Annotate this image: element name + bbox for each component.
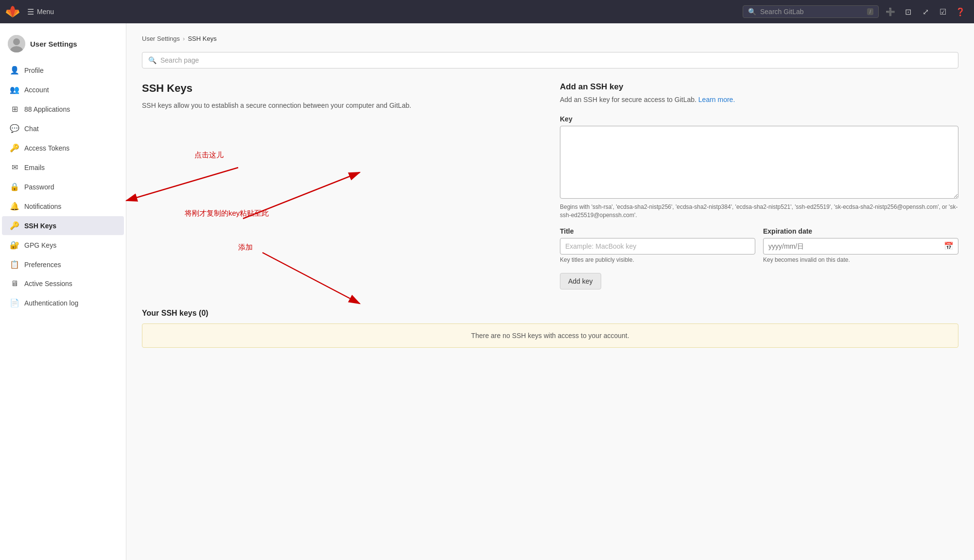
sidebar-item-preferences[interactable]: 📋 Preferences (2, 255, 124, 274)
sidebar-item-label: Chat (24, 125, 39, 133)
sidebar-item-label: Password (24, 183, 54, 191)
learn-more-link[interactable]: Learn more. (698, 96, 735, 103)
gitlab-logo (6, 5, 19, 18)
sidebar-item-chat[interactable]: 💬 Chat (2, 119, 124, 138)
sidebar-nav: 👤 Profile 👥 Account ⊞ 88 Applications 💬 … (0, 61, 126, 312)
page-search-bar[interactable]: 🔍 (142, 52, 958, 68)
date-input-wrapper: 📅 (763, 238, 958, 255)
content-grid: SSH Keys SSH keys allow you to establish… (142, 82, 958, 289)
preferences-icon: 📋 (10, 260, 19, 269)
navbar: ☰ Menu 🔍 / ➕ ⊡ ⤢ ☑ ❓ (0, 0, 974, 23)
sidebar-item-label: Preferences (24, 261, 61, 269)
add-key-form-section: Add an SSH key Add an SSH key for secure… (560, 82, 958, 289)
merge-requests-button[interactable]: ⤢ (918, 4, 933, 19)
sidebar-item-notifications[interactable]: 🔔 Notifications (2, 197, 124, 216)
sidebar-item-label: Emails (24, 164, 45, 171)
main-content: User Settings › SSH Keys 🔍 SSH Keys SSH … (126, 23, 974, 560)
search-icon: 🔍 (748, 8, 756, 16)
sidebar-item-label: GPG Keys (24, 241, 56, 249)
form-row: Title Key titles are publicly visible. E… (560, 227, 958, 263)
sidebar-item-label: Active Sessions (24, 280, 72, 288)
sidebar-item-ssh-keys[interactable]: 🔑 SSH Keys (2, 216, 124, 235)
sidebar-item-authentication-log[interactable]: 📄 Authentication log (2, 293, 124, 312)
expiration-hint: Key becomes invalid on this date. (763, 256, 958, 263)
your-keys-title: Your SSH keys (0) (142, 309, 958, 318)
page-layout: User Settings 👤 Profile 👥 Account ⊞ 88 A… (0, 23, 974, 560)
sidebar-item-applications[interactable]: ⊞ 88 Applications (2, 100, 124, 119)
search-input[interactable] (760, 8, 863, 16)
sidebar-item-password[interactable]: 🔒 Password (2, 177, 124, 196)
title-field-group: Title Key titles are publicly visible. (560, 227, 755, 263)
sidebar-header: User Settings (0, 31, 126, 60)
avatar (8, 35, 25, 52)
sidebar-item-label: Access Tokens (24, 144, 70, 152)
sidebar-item-profile[interactable]: 👤 Profile (2, 61, 124, 80)
help-button[interactable]: ❓ (953, 4, 968, 19)
new-item-button[interactable]: ➕ (883, 4, 898, 19)
gpg-keys-icon: 🔐 (10, 240, 19, 250)
breadcrumb-current: SSH Keys (188, 35, 216, 42)
sidebar-item-active-sessions[interactable]: 🖥 Active Sessions (2, 274, 124, 293)
issues-button[interactable]: ☑ (935, 4, 951, 19)
active-sessions-icon: 🖥 (10, 279, 19, 288)
ssh-keys-description: SSH keys allow you to establish a secure… (142, 101, 540, 111)
breadcrumb: User Settings › SSH Keys (142, 35, 958, 42)
add-key-subtitle: Add an SSH key for secure access to GitL… (560, 96, 958, 103)
your-keys-section: Your SSH keys (0) There are no SSH keys … (142, 309, 958, 348)
sidebar-item-label: Account (24, 86, 49, 94)
emails-icon: ✉ (10, 163, 19, 172)
page-search-icon: 🔍 (148, 56, 157, 64)
title-hint: Key titles are publicly visible. (560, 256, 755, 263)
sidebar-item-label: SSH Keys (24, 222, 56, 230)
menu-label: Menu (37, 8, 54, 16)
authentication-log-icon: 📄 (10, 298, 19, 307)
no-keys-message: There are no SSH keys with access to you… (142, 323, 958, 348)
add-key-button[interactable]: Add key (560, 273, 601, 289)
sidebar-item-account[interactable]: 👥 Account (2, 80, 124, 99)
sidebar-item-label: Notifications (24, 203, 61, 210)
title-field-label: Title (560, 227, 755, 235)
hamburger-icon: ☰ (27, 7, 34, 17)
profile-icon: 👤 (10, 66, 19, 75)
key-hint: Begins with 'ssh-rsa', 'ecdsa-sha2-nistp… (560, 203, 958, 220)
expiration-field-group: Expiration date 📅 Key becomes invalid on… (763, 227, 958, 263)
sidebar-item-gpg-keys[interactable]: 🔐 GPG Keys (2, 236, 124, 255)
menu-toggle[interactable]: ☰ Menu (23, 5, 58, 18)
expiration-field-label: Expiration date (763, 227, 958, 235)
account-icon: 👥 (10, 85, 19, 94)
key-textarea[interactable] (560, 126, 958, 199)
profile-button[interactable]: ⊡ (900, 4, 916, 19)
sidebar-item-access-tokens[interactable]: 🔑 Access Tokens (2, 138, 124, 157)
page-search-input[interactable] (160, 56, 952, 64)
notifications-icon: 🔔 (10, 202, 19, 211)
ssh-keys-title: SSH Keys (142, 82, 540, 95)
search-shortcut: / (867, 8, 873, 15)
global-search[interactable]: 🔍 / (743, 5, 879, 18)
ssh-keys-icon: 🔑 (10, 221, 19, 230)
add-key-title: Add an SSH key (560, 82, 958, 92)
access-tokens-icon: 🔑 (10, 143, 19, 153)
sidebar-item-label: 88 Applications (24, 105, 70, 113)
breadcrumb-parent[interactable]: User Settings (142, 35, 180, 42)
password-icon: 🔒 (10, 182, 19, 191)
applications-icon: ⊞ (10, 104, 19, 114)
navbar-actions: ➕ ⊡ ⤢ ☑ ❓ (883, 4, 968, 19)
expiration-input[interactable] (763, 238, 958, 255)
title-input[interactable] (560, 238, 755, 255)
key-label: Key (560, 115, 958, 123)
sidebar-item-label: Authentication log (24, 299, 78, 307)
breadcrumb-separator: › (183, 35, 185, 42)
chat-icon: 💬 (10, 124, 19, 133)
sidebar: User Settings 👤 Profile 👥 Account ⊞ 88 A… (0, 23, 126, 560)
ssh-info-section: SSH Keys SSH keys allow you to establish… (142, 82, 540, 289)
sidebar-title: User Settings (30, 40, 77, 48)
svg-point-1 (13, 38, 20, 45)
sidebar-item-label: Profile (24, 67, 44, 74)
sidebar-item-emails[interactable]: ✉ Emails (2, 158, 124, 177)
